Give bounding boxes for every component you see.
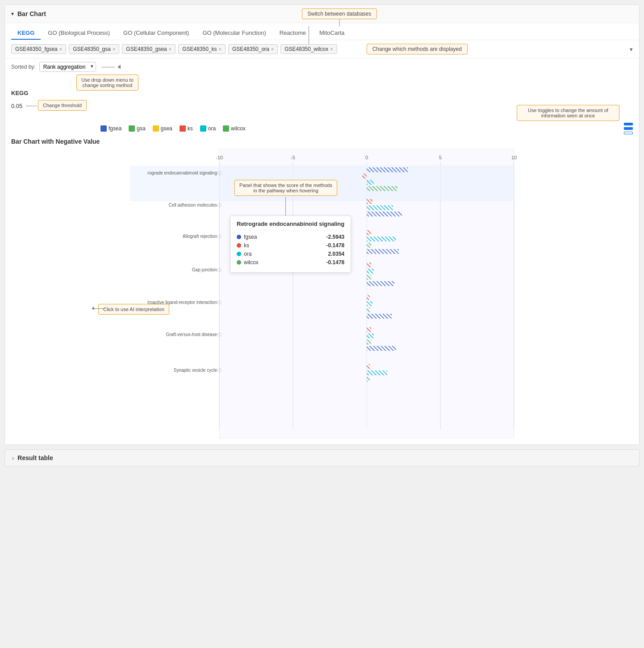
dataset-tag-ora: GSE48350_ora ×: [228, 44, 278, 54]
dataset-tag-gsea: GSE48350_gsea ×: [122, 44, 176, 54]
remove-gsea[interactable]: ×: [169, 46, 171, 52]
svg-rect-41: [367, 281, 394, 286]
sort-annotation: Use drop down menu tochange sorting meth…: [76, 75, 138, 91]
sort-select[interactable]: Rank aggregation P-value Score: [39, 62, 96, 72]
svg-text:ⓘ: ⓘ: [217, 203, 222, 208]
svg-rect-47: [367, 314, 392, 319]
svg-text:10: 10: [511, 155, 517, 160]
legend-row: fgsea gsa gsea ks ora: [11, 123, 633, 134]
tooltip-row-ora: ora 2.0354: [237, 251, 344, 257]
remove-ks[interactable]: ×: [219, 46, 222, 52]
main-card: ▾ Bar Chart Switch between databases KEG…: [4, 4, 640, 445]
legend-ora: ora: [200, 125, 216, 132]
dataset-tag-ks: GSE48350_ks ×: [178, 44, 226, 54]
tab-kegg[interactable]: KEGG: [11, 27, 41, 40]
svg-rect-32: [367, 230, 371, 235]
toggle-annotation: Use toggles to change the amount ofinfor…: [517, 105, 619, 121]
svg-text:5: 5: [439, 155, 442, 160]
dataset-tag-fgsea: GSE48350_fgsea ×: [11, 44, 66, 54]
db-switch-callout: Switch between databases: [302, 8, 377, 19]
svg-text:ⓘ: ⓘ: [217, 171, 222, 175]
svg-rect-22: [362, 174, 367, 179]
card-title: Bar Chart: [17, 10, 46, 17]
change-methods-callout: Change which methods are displayed: [367, 44, 468, 54]
remove-wilcox[interactable]: ×: [330, 46, 333, 52]
svg-text:Gap junction: Gap junction: [192, 267, 217, 272]
toggle-btn-3[interactable]: [624, 132, 633, 134]
svg-rect-53: [367, 346, 396, 351]
expand-icon: ›: [12, 455, 14, 461]
toggle-btn-1[interactable]: [624, 123, 633, 125]
svg-rect-44: [367, 295, 370, 300]
svg-rect-51: [367, 333, 374, 338]
svg-rect-52: [367, 340, 371, 345]
legend-dot-ora: [200, 125, 206, 132]
tab-go-cellular[interactable]: GO (Cellular Component): [117, 27, 195, 40]
ai-annotation: Click to use AI interpretation: [98, 304, 169, 315]
svg-rect-27: [367, 199, 372, 204]
svg-text:ⓘ: ⓘ: [217, 234, 222, 239]
toggle-buttons-area: Use toggles to change the amount ofinfor…: [624, 123, 633, 134]
result-table-label: Result table: [17, 454, 53, 461]
svg-rect-35: [367, 249, 399, 254]
callout-arrow: [339, 19, 339, 26]
svg-text:ⓘ: ⓘ: [217, 268, 222, 272]
svg-text:Allograft rejection: Allograft rejection: [183, 234, 217, 239]
tooltip-val-ora: 2.0354: [328, 251, 345, 257]
tooltip-dot-ks: [237, 243, 241, 248]
legend-dot-gsa: [129, 125, 135, 132]
tooltip-row-wilcox: wilcox -0.1478: [237, 259, 344, 266]
toggle-btn-2[interactable]: [624, 127, 633, 130]
tab-go-biological[interactable]: GO (Biological Process): [42, 27, 116, 40]
tooltip-panel: Retrograde endocannabinoid signaling fgs…: [230, 216, 351, 273]
tabs-row: KEGG GO (Biological Process) GO (Cellula…: [5, 23, 639, 40]
threshold-value: 0.05: [11, 103, 22, 109]
svg-text:ⓘ: ⓘ: [217, 332, 222, 337]
ai-arrow-head: [92, 307, 94, 310]
svg-rect-56: [367, 364, 370, 369]
svg-rect-45: [367, 301, 372, 306]
sort-select-wrapper: Rank aggregation P-value Score: [39, 62, 96, 72]
dataset-tag-wilcox: GSE48350_wilcox ×: [280, 44, 337, 54]
svg-text:Cell adhesion molecules: Cell adhesion molecules: [169, 203, 217, 208]
change-methods-area: Change which methods are displayed: [367, 44, 627, 54]
remove-fgsea[interactable]: ×: [59, 46, 62, 52]
remove-ora[interactable]: ×: [271, 46, 274, 52]
legend-dot-fgsea: [100, 125, 107, 132]
tooltip-row-fgsea: fgsea -2.5943: [237, 234, 344, 240]
panel-annotation: Panel that shows the score of the method…: [234, 180, 337, 196]
svg-rect-39: [367, 269, 374, 274]
wilcox-tag-wrapper: GSE48350_wilcox ×: [280, 44, 337, 54]
ai-arrow-line: [94, 308, 105, 309]
tooltip-dot-fgsea: [237, 235, 241, 239]
tab-go-molecular[interactable]: GO (Molecular Function): [196, 27, 272, 40]
legend-ks: ks: [180, 125, 193, 132]
svg-rect-21: [367, 167, 408, 172]
card-header: ▾ Bar Chart Switch between databases: [5, 5, 639, 23]
svg-rect-40: [367, 275, 371, 280]
svg-text:-5: -5: [291, 155, 295, 160]
threshold-annotation: Change threshold: [38, 100, 87, 111]
svg-text:-10: -10: [216, 155, 223, 160]
svg-text:ⓘ: ⓘ: [217, 300, 222, 305]
chart-container: -10 -5 0 5 10 rograde endocannabinoid si…: [11, 149, 633, 440]
svg-rect-24: [367, 186, 397, 191]
svg-text:rograde endocannabinoid signal: rograde endocannabinoid signaling: [147, 170, 217, 175]
legend-dot-wilcox: [223, 125, 229, 132]
svg-rect-57: [367, 370, 387, 375]
legend-dot-ks: [180, 125, 186, 132]
tab-mitocarta[interactable]: MitoCarta: [313, 27, 351, 40]
dataset-tag-gsa: GSE48350_gsa ×: [69, 44, 119, 54]
dataset-expand-icon[interactable]: ▾: [630, 46, 633, 53]
wilcox-arrow: [309, 26, 309, 44]
svg-rect-38: [367, 262, 371, 267]
tab-reactome[interactable]: Reactome: [273, 27, 312, 40]
collapse-icon[interactable]: ▾: [11, 11, 14, 17]
chart-area: 0.05 Change threshold fgsea gsa: [5, 98, 639, 444]
tooltip-dot-wilcox: [237, 260, 241, 265]
sort-arrow-head: [117, 65, 121, 69]
remove-gsa[interactable]: ×: [113, 46, 115, 52]
sorted-by-row: Sorted by: Rank aggregation P-value Scor…: [5, 58, 639, 74]
result-table-card[interactable]: › Result table: [4, 449, 640, 466]
svg-rect-29: [367, 212, 402, 216]
